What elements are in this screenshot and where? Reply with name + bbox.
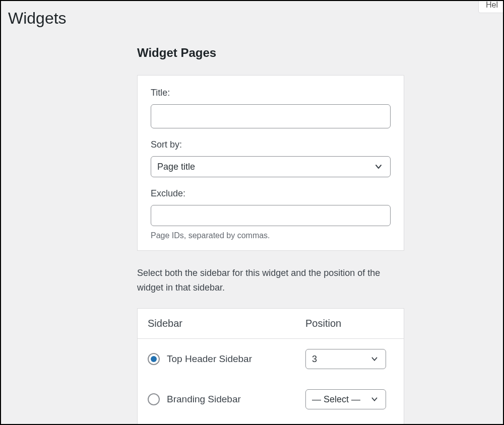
page-title: Widgets — [1, 1, 503, 28]
radio-top-header-sidebar[interactable] — [148, 353, 160, 365]
sortby-label: Sort by: — [151, 139, 391, 150]
placement-row: Blog Sidebar — Select — — [138, 419, 404, 425]
title-label: Title: — [151, 88, 391, 98]
position-select-top-header[interactable]: 3 — [305, 349, 386, 369]
title-input[interactable] — [151, 104, 391, 128]
placement-row: Branding Sidebar — Select — — [138, 379, 404, 419]
sortby-select[interactable]: Page title — [151, 156, 391, 177]
column-header-position: Position — [305, 318, 394, 329]
placement-box: Sidebar Position Top Header Sidebar 3 — [137, 308, 404, 425]
exclude-hint: Page IDs, separated by commas. — [151, 231, 391, 240]
placement-intro-text: Select both the sidebar for this widget … — [137, 266, 404, 295]
placement-header: Sidebar Position — [138, 309, 404, 339]
widget-settings-box: Title: Sort by: Page title Exclude: Page — [137, 75, 404, 251]
position-select-branding[interactable]: — Select — — [305, 389, 386, 409]
radio-branding-sidebar[interactable] — [148, 393, 160, 405]
exclude-label: Exclude: — [151, 188, 391, 199]
help-button[interactable]: Hel — [478, 0, 504, 13]
exclude-input[interactable] — [151, 205, 391, 226]
placement-row: Top Header Sidebar 3 — [138, 339, 404, 379]
widget-panel-heading: Widget Pages — [137, 46, 404, 60]
sidebar-item-label: Branding Sidebar — [167, 394, 241, 405]
sidebar-item-label: Top Header Sidebar — [167, 353, 252, 365]
column-header-sidebar: Sidebar — [148, 318, 305, 329]
